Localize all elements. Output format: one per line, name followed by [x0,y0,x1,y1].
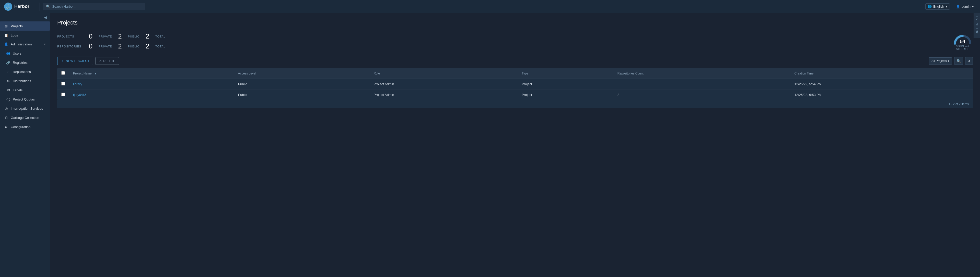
select-all-checkbox[interactable] [61,71,65,75]
globe-icon: 🌐 [928,5,932,8]
col-type-label: Type [522,72,528,75]
filter-chevron-icon: ▾ [948,59,949,63]
user-chevron-icon: ▾ [972,5,974,8]
row-project-name: library [69,79,234,90]
sidebar-item-registries[interactable]: 🔗 Registries [2,58,50,67]
search-bar[interactable]: 🔍 Search Harbor... [43,3,145,10]
sidebar-item-logs[interactable]: 📋 Logs [0,31,50,40]
pagination-label: 1 - 2 of 2 items [948,102,969,106]
repos-public-label: PUBLIC [128,45,140,48]
repos-private-label: PRIVATE [99,45,112,48]
row-type: Project [518,90,613,100]
table-row: tjsry0466 Public Project Admin Project 2… [57,90,973,100]
refresh-button[interactable]: ↺ [965,57,973,65]
col-repos-count-label: Repositories Count [617,72,644,75]
distributions-icon: ⊕ [6,79,10,83]
administration-chevron-icon: ▾ [44,43,46,46]
sidebar-item-users[interactable]: 👥 Users [2,49,50,58]
stats-group: PROJECTS 0 PRIVATE 2 PUBLIC 2 TOTAL REPO… [57,32,165,50]
project-quotas-label: Project Quotas [13,97,35,101]
repos-total-count: 2 [143,42,151,50]
delete-button[interactable]: ✕ DELETE [95,57,119,65]
interrogation-label: Interrogation Services [11,107,43,111]
new-project-button[interactable]: ＋ NEW PROJECT [57,57,93,65]
navbar: ⚓ Harbor 🔍 Search Harbor... 🌐 English ▾ … [0,0,980,13]
col-project-name: Project Name ▼ [69,68,234,79]
replications-icon: ↔ [6,70,10,74]
projects-public-label: PUBLIC [128,35,140,38]
project-filter-dropdown[interactable]: All Projects ▾ [929,57,952,65]
event-log-tab[interactable]: EVENT LOG [974,13,980,38]
stats-divider [181,34,181,49]
col-access-level: Access Level [234,68,370,79]
language-label: English [933,5,944,8]
sidebar-item-projects[interactable]: ⊞ Projects [0,21,50,31]
sidebar-collapse-button[interactable]: ◀ [0,13,50,21]
search-icon: 🔍 [956,59,961,63]
new-project-label: NEW PROJECT [66,59,90,63]
row-project-name: tjsry0466 [69,90,234,100]
project-link-library[interactable]: library [73,82,82,86]
table-header: Project Name ▼ Access Level Role Type Re… [57,68,973,79]
collapse-icon: ◀ [44,15,47,19]
filter-label: All Projects [931,59,947,63]
garbage-label: Garbage Collection [11,116,39,120]
x-icon: ✕ [99,59,102,63]
row-role: Project Admin [369,79,518,90]
configuration-label: Configuration [11,125,30,129]
replications-label: Replications [13,70,31,74]
row-checkbox[interactable] [61,93,65,96]
row-checkbox[interactable] [61,82,65,85]
col-creation-time-label: Creation Time [794,72,814,75]
search-icon: 🔍 [46,5,50,8]
sidebar-item-distributions[interactable]: ⊕ Distributions [2,76,50,85]
stats-bar: PROJECTS 0 PRIVATE 2 PUBLIC 2 TOTAL REPO… [57,32,973,51]
col-filter-icon: ▼ [94,72,97,75]
select-all-cell[interactable] [57,68,69,79]
sidebar-item-labels[interactable]: 🏷 Labels [2,85,50,95]
toolbar: ＋ NEW PROJECT ✕ DELETE All Projects ▾ 🔍 … [57,57,973,65]
row-access-level: Public [234,90,370,100]
gauge-visual: 54 [952,32,973,45]
user-label: admin [962,5,970,8]
col-creation-time: Creation Time [791,68,973,79]
language-selector[interactable]: 🌐 English ▾ [925,3,950,10]
distributions-label: Distributions [13,79,31,83]
projects-public-count: 2 [116,32,124,40]
toolbar-right: All Projects ▾ 🔍 ↺ [929,57,973,65]
search-placeholder: Search Harbor... [52,5,76,8]
projects-icon: ⊞ [4,24,8,28]
sidebar-item-interrogation[interactable]: ◎ Interrogation Services [0,104,50,113]
navbar-right: 🌐 English ▾ 👤 admin ▾ [925,3,976,10]
row-creation-time: 12/25/22, 6:53 PM [791,90,973,100]
project-link-tjsry0466[interactable]: tjsry0466 [73,93,87,97]
brand: ⚓ Harbor [4,3,40,11]
projects-stats-label: PROJECTS [57,35,83,38]
sidebar-item-garbage[interactable]: 🗑 Garbage Collection [0,113,50,122]
language-chevron-icon: ▾ [946,5,948,8]
refresh-icon: ↺ [967,59,970,63]
sidebar-item-project-quotas[interactable]: ◯ Project Quotas [2,95,50,104]
user-menu[interactable]: 👤 admin ▾ [954,3,976,9]
table-row: library Public Project Admin Project 12/… [57,79,973,90]
sidebar-group-administration[interactable]: 👤 Administration ▾ [0,40,50,49]
sidebar-item-configuration[interactable]: ⚙ Configuration [0,122,50,131]
row-checkbox-cell[interactable] [57,79,69,90]
storage-gauge: 54 96GBLimit STORAGE [952,32,973,51]
col-type: Type [518,68,613,79]
page-title: Projects [57,19,973,26]
row-checkbox-cell[interactable] [57,90,69,100]
sidebar: ◀ ⊞ Projects 📋 Logs 👤 Administration ▾ 👥… [0,13,50,277]
users-label: Users [13,52,21,55]
projects-total-count: 2 [143,32,151,40]
gauge-value: 54 [960,39,965,44]
col-repos-count: Repositories Count [613,68,791,79]
configuration-icon: ⚙ [4,125,8,129]
table-body: library Public Project Admin Project 12/… [57,79,973,100]
search-button[interactable]: 🔍 [954,57,963,65]
repos-public-count: 2 [116,42,124,50]
sidebar-item-replications[interactable]: ↔ Replications [2,67,50,76]
main-layout: ◀ ⊞ Projects 📋 Logs 👤 Administration ▾ 👥… [0,13,980,277]
registries-icon: 🔗 [6,60,10,65]
row-repos-count [613,79,791,90]
